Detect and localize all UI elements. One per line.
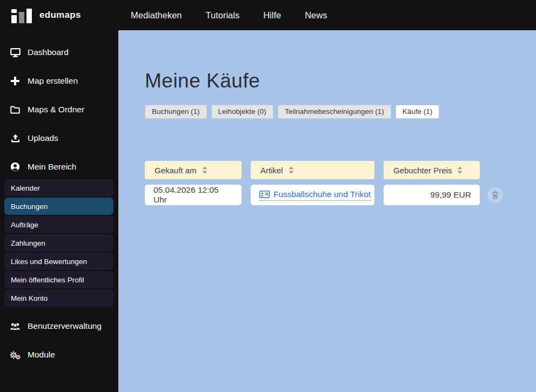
sort-icon[interactable] — [202, 166, 207, 174]
sidebar-item-label: Map erstellen — [28, 76, 78, 86]
upload-icon — [9, 134, 21, 143]
sidebar-item-label: Benutzerverwaltung — [28, 321, 102, 331]
submenu-item-likes-bewertungen[interactable]: Likes und Bewertungen — [4, 253, 113, 270]
sidebar: Dashboard Map erstellen Maps & Ordner — [0, 30, 118, 392]
submenu-item-label: Mein öffentliches Profil — [11, 276, 84, 284]
nav-tutorials[interactable]: Tutorials — [205, 10, 239, 21]
submenu-item-zahlungen[interactable]: Zahlungen — [4, 234, 113, 252]
sidebar-item-uploads[interactable]: Uploads — [0, 130, 118, 146]
folder-icon — [9, 106, 21, 114]
submenu-item-label: Likes und Bewertungen — [11, 258, 87, 266]
table-header-row: Gekauft am Artikel — [145, 161, 536, 179]
sidebar-item-label: Module — [28, 350, 55, 360]
sidebar-item-mein-bereich[interactable]: Mein Bereich — [0, 159, 118, 175]
app-logo[interactable]: edumaps — [0, 7, 118, 23]
column-header-artikel[interactable]: Artikel — [251, 161, 374, 179]
column-header-gekauft-am[interactable]: Gekauft am — [145, 161, 242, 179]
sort-icon[interactable] — [289, 166, 294, 174]
submenu-item-label: Kalender — [11, 184, 40, 192]
sidebar-item-module[interactable]: Module — [0, 347, 118, 363]
logo-text: edumaps — [39, 10, 81, 21]
submenu-item-label: Aufträge — [11, 221, 38, 229]
sidebar-item-label: Dashboard — [28, 48, 69, 57]
sidebar-item-map-erstellen[interactable]: Map erstellen — [0, 73, 118, 89]
sidebar-item-dashboard[interactable]: Dashboard — [0, 44, 118, 60]
cell-gebuchter-preis: 99,99 EUR — [384, 185, 480, 205]
sidebar-item-label: Maps & Ordner — [28, 105, 84, 114]
column-header-label: Gebuchter Preis — [393, 166, 452, 175]
submenu-item-label: Mein Konto — [11, 294, 48, 302]
gears-icon — [9, 350, 21, 360]
sidebar-item-label: Uploads — [28, 133, 58, 143]
trash-icon — [492, 191, 499, 199]
plus-icon — [9, 77, 21, 85]
submenu-item-buchungen[interactable]: Buchungen — [4, 198, 113, 215]
sort-icon[interactable] — [457, 166, 463, 174]
nav-news[interactable]: News — [305, 10, 327, 21]
purchase-price: 99,99 EUR — [430, 190, 471, 200]
article-link-label: Fussballschuhe und Trikot — [273, 190, 371, 199]
submenu-item-auftraege[interactable]: Aufträge — [4, 216, 113, 233]
topbar: edumaps Mediatheken Tutorials Hilfe News — [0, 0, 536, 30]
purchase-date: 05.04.2026 12:05 Uhr — [153, 185, 233, 205]
users-icon — [9, 322, 21, 330]
article-link[interactable]: Fussballschuhe und Trikot — [259, 190, 371, 201]
column-header-label: Artikel — [260, 166, 283, 175]
sidebar-item-benutzerverwaltung[interactable]: Benutzerverwaltung — [0, 318, 118, 334]
main-content: Meine Käufe Buchungen (1) Leihobjekte (0… — [118, 30, 536, 392]
tab-bar: Buchungen (1) Leihobjekte (0) Teilnahmeb… — [145, 105, 536, 119]
delete-button[interactable] — [487, 187, 503, 203]
table-row: 05.04.2026 12:05 Uhr Fussballschuhe und … — [145, 185, 536, 205]
mein-bereich-submenu: Kalender Buchungen Aufträge Zahlungen Li… — [4, 179, 113, 307]
cell-artikel: Fussballschuhe und Trikot — [251, 185, 374, 205]
submenu-item-kalender[interactable]: Kalender — [4, 179, 113, 197]
column-header-gebuchter-preis[interactable]: Gebuchter Preis — [384, 161, 480, 179]
submenu-item-label: Buchungen — [11, 202, 48, 211]
submenu-item-label: Zahlungen — [11, 239, 45, 247]
top-navigation: Mediatheken Tutorials Hilfe News — [131, 10, 351, 21]
nav-mediatheken[interactable]: Mediatheken — [131, 10, 182, 21]
tab-buchungen[interactable]: Buchungen (1) — [145, 105, 207, 119]
desktop-icon — [9, 48, 21, 57]
user-circle-icon — [9, 162, 21, 172]
sidebar-item-label: Mein Bereich — [28, 162, 76, 172]
page-title: Meine Käufe — [145, 71, 536, 91]
tab-teilnahmebescheinigungen[interactable]: Teilnahmebescheinigungen (1) — [278, 105, 391, 119]
submenu-item-mein-konto[interactable]: Mein Konto — [4, 289, 113, 307]
cell-gekauft-am: 05.04.2026 12:05 Uhr — [145, 185, 242, 205]
nav-hilfe[interactable]: Hilfe — [263, 10, 281, 21]
purchases-table: Gekauft am Artikel — [145, 161, 536, 205]
sidebar-item-maps-ordner[interactable]: Maps & Ordner — [0, 102, 118, 118]
column-header-label: Gekauft am — [155, 166, 197, 175]
tab-kaeufe[interactable]: Käufe (1) — [396, 105, 440, 119]
address-card-icon — [259, 191, 270, 198]
edumaps-logo-icon — [11, 7, 32, 23]
submenu-item-oeffentliches-profil[interactable]: Mein öffentliches Profil — [4, 271, 113, 288]
tab-leihobjekte[interactable]: Leihobjekte (0) — [211, 105, 273, 119]
